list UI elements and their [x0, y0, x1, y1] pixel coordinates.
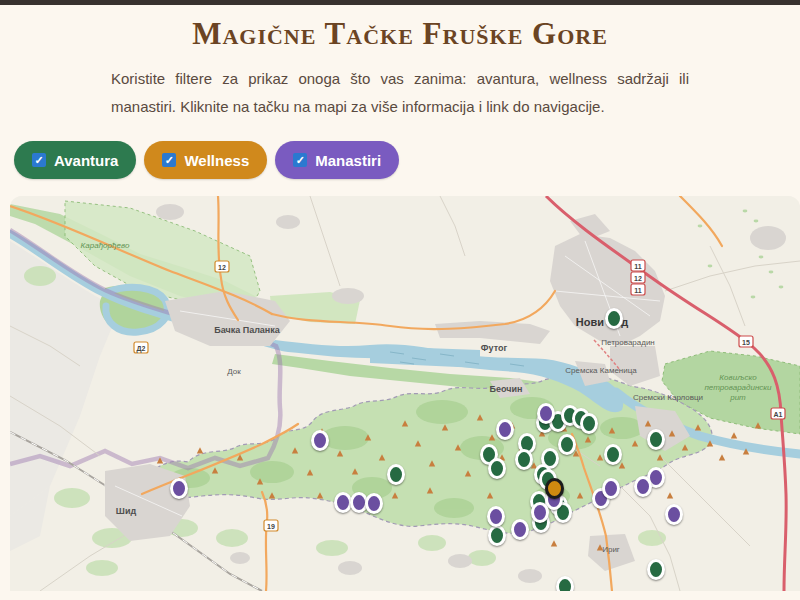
filter-bar: ✓ Avantura ✓ Wellness ✓ Manastiri	[14, 141, 800, 179]
map-marker-avantura[interactable]	[605, 308, 623, 329]
map-marker-avantura[interactable]	[488, 525, 506, 546]
map-marker-manastir[interactable]	[531, 502, 549, 523]
map-marker-manastir[interactable]	[365, 493, 383, 514]
map-marker-manastir[interactable]	[537, 403, 555, 424]
map-marker-avantura[interactable]	[647, 429, 665, 450]
filter-manastiri[interactable]: ✓ Manastiri	[275, 141, 399, 179]
page-title: Magične Tačke Fruške Gore	[0, 16, 800, 52]
map-marker-avantura[interactable]	[580, 413, 598, 434]
filter-wellness[interactable]: ✓ Wellness	[144, 141, 267, 179]
map-marker-manastir[interactable]	[487, 506, 505, 527]
filter-label: Wellness	[184, 152, 249, 169]
map-marker-avantura[interactable]	[604, 444, 622, 465]
filter-avantura[interactable]: ✓ Avantura	[14, 141, 136, 179]
map-marker-manastir[interactable]	[170, 478, 188, 499]
map-marker-wellness[interactable]	[545, 478, 564, 499]
checkbox-checked-icon[interactable]: ✓	[162, 153, 176, 167]
map-marker-manastir[interactable]	[665, 504, 683, 525]
filter-label: Manastiri	[315, 152, 381, 169]
markers-layer	[10, 196, 800, 591]
map-marker-manastir[interactable]	[496, 419, 514, 440]
map-marker-manastir[interactable]	[511, 519, 529, 540]
map[interactable]: КарађорђевоБачка ПаланкаДокШидФутогБеочи…	[10, 196, 800, 591]
checkbox-checked-icon[interactable]: ✓	[293, 153, 307, 167]
filter-label: Avantura	[54, 152, 118, 169]
map-marker-avantura[interactable]	[647, 559, 665, 580]
map-marker-avantura[interactable]	[558, 434, 576, 455]
map-marker-avantura[interactable]	[515, 449, 533, 470]
page-description: Koristite filtere za prikaz onoga što va…	[111, 65, 689, 121]
top-bar	[0, 0, 800, 5]
checkbox-checked-icon[interactable]: ✓	[32, 153, 46, 167]
map-marker-manastir[interactable]	[311, 430, 329, 451]
map-marker-avantura[interactable]	[488, 458, 506, 479]
map-marker-avantura[interactable]	[387, 464, 405, 485]
map-marker-avantura[interactable]	[556, 576, 574, 591]
map-marker-manastir[interactable]	[634, 476, 652, 497]
map-marker-manastir[interactable]	[602, 478, 620, 499]
